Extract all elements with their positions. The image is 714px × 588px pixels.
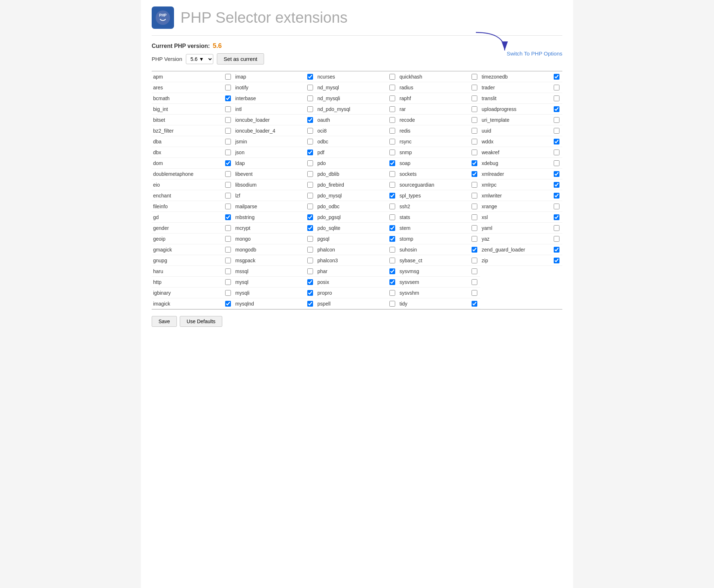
extension-checkbox[interactable] [307,268,313,274]
extension-checkbox[interactable] [307,290,313,296]
extension-checkbox[interactable] [472,301,477,307]
save-button[interactable]: Save [152,316,177,327]
extension-checkbox[interactable] [307,128,313,134]
extension-checkbox[interactable] [472,117,477,123]
extension-checkbox[interactable] [307,95,313,101]
extension-checkbox[interactable] [472,193,477,199]
extension-checkbox[interactable] [389,279,395,285]
extension-checkbox[interactable] [554,247,559,253]
extension-checkbox[interactable] [389,160,395,166]
extension-checkbox[interactable] [225,193,231,199]
extension-checkbox[interactable] [225,150,231,155]
extension-checkbox[interactable] [225,182,231,188]
extension-checkbox[interactable] [225,85,231,90]
extension-checkbox[interactable] [389,150,395,155]
extension-checkbox[interactable] [389,106,395,112]
extension-checkbox[interactable] [389,214,395,220]
extension-checkbox[interactable] [554,214,559,220]
extension-checkbox[interactable] [472,85,477,90]
extension-checkbox[interactable] [307,139,313,144]
extension-checkbox[interactable] [307,204,313,209]
extension-checkbox[interactable] [225,214,231,220]
extension-checkbox[interactable] [472,74,477,80]
extension-checkbox[interactable] [389,139,395,144]
extension-checkbox[interactable] [307,85,313,90]
extension-checkbox[interactable] [554,182,559,188]
extension-checkbox[interactable] [307,247,313,253]
extension-checkbox[interactable] [389,128,395,134]
extension-checkbox[interactable] [389,258,395,263]
extension-checkbox[interactable] [554,128,559,134]
extension-checkbox[interactable] [554,85,559,90]
extension-checkbox[interactable] [389,236,395,242]
extension-checkbox[interactable] [389,204,395,209]
extension-checkbox[interactable] [307,106,313,112]
extension-checkbox[interactable] [554,160,559,166]
extension-checkbox[interactable] [554,204,559,209]
extension-checkbox[interactable] [307,279,313,285]
extension-checkbox[interactable] [225,268,231,274]
extension-checkbox[interactable] [389,225,395,231]
extension-checkbox[interactable] [472,139,477,144]
extension-checkbox[interactable] [472,279,477,285]
extension-checkbox[interactable] [554,95,559,101]
extension-checkbox[interactable] [472,128,477,134]
extension-checkbox[interactable] [389,74,395,80]
extension-checkbox[interactable] [225,128,231,134]
extension-checkbox[interactable] [307,225,313,231]
extension-checkbox[interactable] [472,171,477,177]
extension-checkbox[interactable] [389,268,395,274]
extension-checkbox[interactable] [554,171,559,177]
extension-checkbox[interactable] [389,171,395,177]
extension-checkbox[interactable] [307,117,313,123]
extension-checkbox[interactable] [225,106,231,112]
extension-checkbox[interactable] [554,225,559,231]
extension-checkbox[interactable] [389,182,395,188]
extension-checkbox[interactable] [472,268,477,274]
extension-checkbox[interactable] [307,74,313,80]
set-current-button[interactable]: Set as current [217,53,264,64]
extension-checkbox[interactable] [225,139,231,144]
extension-checkbox[interactable] [472,258,477,263]
extension-checkbox[interactable] [472,182,477,188]
extension-checkbox[interactable] [225,301,231,307]
extension-checkbox[interactable] [554,193,559,199]
extension-checkbox[interactable] [307,214,313,220]
extension-checkbox[interactable] [472,225,477,231]
version-select[interactable]: 5.6 ▼5.5 ▼5.4 ▼7.0 ▼7.1 ▼ [186,54,213,64]
use-defaults-button[interactable]: Use Defaults [180,316,222,327]
extension-checkbox[interactable] [472,106,477,112]
extension-checkbox[interactable] [307,193,313,199]
extension-checkbox[interactable] [389,193,395,199]
extension-checkbox[interactable] [472,290,477,296]
extension-checkbox[interactable] [389,95,395,101]
extension-checkbox[interactable] [389,247,395,253]
extension-checkbox[interactable] [225,171,231,177]
extension-checkbox[interactable] [472,236,477,242]
extension-checkbox[interactable] [554,236,559,242]
extension-checkbox[interactable] [472,214,477,220]
extension-checkbox[interactable] [389,85,395,90]
extension-checkbox[interactable] [389,290,395,296]
extension-checkbox[interactable] [472,160,477,166]
extension-checkbox[interactable] [307,182,313,188]
extension-checkbox[interactable] [225,279,231,285]
switch-to-php-options-link[interactable]: Switch To PHP Options [507,50,562,57]
extension-checkbox[interactable] [389,117,395,123]
extension-checkbox[interactable] [554,139,559,144]
extension-checkbox[interactable] [225,247,231,253]
extension-checkbox[interactable] [225,236,231,242]
extension-checkbox[interactable] [472,150,477,155]
extension-checkbox[interactable] [225,74,231,80]
extension-checkbox[interactable] [472,95,477,101]
extension-checkbox[interactable] [554,74,559,80]
extension-checkbox[interactable] [307,258,313,263]
extension-checkbox[interactable] [554,258,559,263]
extension-checkbox[interactable] [225,160,231,166]
extension-checkbox[interactable] [307,171,313,177]
extension-checkbox[interactable] [307,301,313,307]
extension-checkbox[interactable] [225,204,231,209]
extension-checkbox[interactable] [472,247,477,253]
extension-checkbox[interactable] [307,160,313,166]
extension-checkbox[interactable] [225,117,231,123]
